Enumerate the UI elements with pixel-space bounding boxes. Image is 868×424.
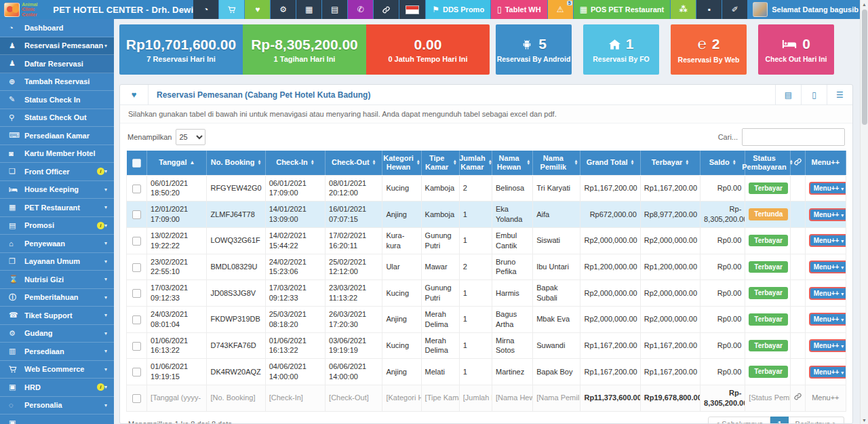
filter-input-3[interactable]: [Check-In] — [265, 385, 325, 412]
menu-plus-button[interactable]: Menu++ ▾ — [809, 182, 846, 195]
paw-nav-button[interactable]: ⁂ — [671, 0, 696, 19]
dds-promo-nav-button[interactable]: ⚑DDS Promo — [426, 0, 490, 19]
row-checkbox[interactable] — [132, 185, 141, 193]
row-checkbox[interactable] — [132, 289, 141, 298]
sidebar-item-penyewaan[interactable]: ⌂Penyewaan▾ — [0, 235, 114, 253]
tachometer-nav-button[interactable]: ◔ — [193, 0, 218, 19]
sidebar-item-dashboard[interactable]: ◔Dashboard — [0, 19, 114, 37]
menu-plus-button[interactable]: Menu++ ▾ — [809, 261, 846, 273]
row-checkbox[interactable] — [132, 315, 141, 324]
scroll-down-arrow[interactable]: ▼ — [861, 416, 868, 424]
counter-card-check-out-hari-ini[interactable]: 0Check Out Hari Ini — [758, 24, 834, 75]
sidebar-item-persediaan-kamar[interactable]: ⌨Persediaan Kamar — [0, 127, 114, 145]
scroll-thumb[interactable] — [862, 9, 867, 125]
filter-input-7[interactable]: [Jumlah Ka — [459, 385, 492, 412]
eraser-nav-button[interactable]: ✐ — [722, 0, 747, 19]
column-header-tipe-kamar[interactable]: Tipe Kamar▲▼ — [421, 151, 459, 175]
menu-plus-button[interactable]: Menu++ ▾ — [809, 208, 846, 221]
column-header-nama-hewan[interactable]: Nama Hewan▲▼ — [492, 151, 532, 175]
column-header-grand-total[interactable]: Grand Total▲▼ — [580, 151, 640, 175]
filter-input-8[interactable]: [Nama Hew — [492, 385, 532, 412]
sidebar-item-daftar-reservasi[interactable]: ♟Daftar Reservasi — [0, 55, 114, 73]
sidebar-item-tambah-reservasi[interactable]: ⊕Tambah Reservasi — [0, 73, 114, 92]
filter-checkbox[interactable] — [132, 394, 141, 403]
sidebar-item-gudang[interactable]: ⚙Gudang▾ — [0, 325, 114, 343]
calendar-nav-button[interactable]: ▤ — [322, 0, 347, 19]
sidebar-item-personalia[interactable]: ◌Personalia▾ — [0, 397, 114, 415]
column-header-tanggal[interactable]: Tanggal▲ — [147, 151, 207, 175]
search-input[interactable] — [742, 128, 845, 146]
sidebar-item-hrd[interactable]: ▣HRDi▾ — [0, 379, 114, 397]
column-header-menu[interactable]: Menu++ — [805, 151, 846, 175]
sidebar-item-nutrisi-gizi[interactable]: ⌛Nutrisi Gizi▾ — [0, 271, 114, 289]
filter-input-5[interactable]: [Kategori H — [382, 385, 421, 412]
square-nav-button[interactable]: ▪ — [696, 0, 722, 19]
cart-nav-button[interactable] — [219, 0, 244, 19]
app-logo[interactable]: Animal Clinic Center — [0, 0, 50, 19]
menu-plus-button[interactable]: Menu++ ▾ — [809, 234, 846, 247]
select-all-checkbox[interactable] — [132, 159, 141, 168]
tablet-wh-nav-button[interactable]: ▯Tablet WH — [491, 0, 547, 19]
cogs-nav-button[interactable]: ⚙ — [271, 0, 296, 19]
pagination-next-button[interactable]: Berikutnya > — [789, 417, 844, 424]
column-header-check-out[interactable]: Check-Out▲▼ — [326, 151, 382, 175]
column-header-jumlah-kamar[interactable]: Jumlah Kamar▲▼ — [459, 151, 492, 175]
window-view-button[interactable]: ▤ — [775, 85, 801, 104]
scroll-up-arrow[interactable]: ▲ — [861, 0, 868, 8]
column-header-kategori-hewan[interactable]: Kategori Hewan▲▼ — [382, 151, 421, 175]
list-view-button[interactable]: ☰ — [827, 85, 852, 104]
sidebar-item-kartu-member-hotel[interactable]: ◙Kartu Member Hotel — [0, 145, 114, 163]
pos-pet-restaurant-nav-button[interactable]: ▦POS PET Restaurant — [574, 0, 671, 19]
menu-plus-button[interactable]: Menu++ ▾ — [809, 339, 846, 352]
sidebar-item-tiket-support[interactable]: ☎Tiket Support▾ — [0, 307, 114, 325]
column-header-no-booking[interactable]: No. Booking▲▼ — [207, 151, 265, 175]
row-checkbox[interactable] — [132, 342, 141, 351]
row-checkbox[interactable] — [132, 210, 141, 219]
warning-nav-button[interactable]: ⚠5 — [548, 0, 573, 19]
row-checkbox[interactable] — [132, 237, 141, 246]
sidebar-item-pemberitahuan[interactable]: ⓘPemberitahuan▾ — [0, 289, 114, 307]
user-menu[interactable]: Selamat Datang bagusib — [747, 0, 868, 19]
filter-input-2[interactable]: [No. Booking] — [207, 385, 265, 412]
page-scrollbar[interactable]: ▲ ▼ — [860, 0, 868, 424]
column-header-status-pembayaran[interactable]: Status Pembayaran▲▼ — [745, 151, 790, 175]
row-checkbox[interactable] — [132, 263, 141, 272]
sidebar-item-pet-restaurant[interactable]: ▦PET Restaurant▾ — [0, 199, 114, 217]
sidebar-item-promosi[interactable]: ▤Promosii▾ — [0, 217, 114, 235]
stat-card-0-jatuh-tempo-hari-ini[interactable]: 0.000 Jatuh Tempo Hari Ini — [366, 24, 490, 75]
counter-card-reservasi-by-web[interactable]: ℮2Reservasi By Web — [671, 24, 747, 75]
stat-card-7-reservasi-hari-ini[interactable]: Rp10,701,600.007 Reservasi Hari Ini — [119, 24, 243, 75]
sidebar-item-reservasi-pemesanan[interactable]: ♟Reservasi Pemesanan▾ — [0, 37, 114, 56]
sidebar-item-persediaan[interactable]: ▥Persediaan▾ — [0, 343, 114, 361]
page-size-select[interactable]: 25 — [176, 129, 205, 145]
heart-nav-button[interactable]: ♥ — [245, 0, 270, 19]
flag-indonesia-nav-button[interactable] — [399, 0, 425, 19]
pagination-page-1[interactable]: 1 — [770, 417, 788, 424]
filter-input-6[interactable]: [Tipe Kama — [421, 385, 459, 412]
menu-plus-button[interactable]: Menu++ ▾ — [809, 313, 846, 326]
sidebar-item-hidden[interactable]: ▣ — [0, 415, 114, 424]
pagination-prev-button[interactable]: < Sebelumnya — [708, 417, 771, 424]
link-nav-button[interactable] — [374, 0, 399, 19]
tablet-view-button[interactable]: ▯ — [801, 85, 827, 104]
filter-status[interactable]: [Status Pemb — [745, 385, 790, 412]
sidebar-item-status-check-out[interactable]: ⚲Status Check Out — [0, 109, 114, 128]
sidebar-item-status-check-in[interactable]: ✎Status Check In — [0, 91, 114, 109]
row-checkbox[interactable] — [132, 368, 141, 377]
menu-plus-button[interactable]: Menu++ ▾ — [809, 287, 846, 300]
filter-input-4[interactable]: [Check-Out] — [326, 385, 382, 412]
counter-card-reservasi-by-fo[interactable]: 1Reservasi By FO — [583, 24, 659, 75]
calculator-nav-button[interactable]: ▦ — [296, 0, 321, 19]
stat-card-1-tagihan-hari-ini[interactable]: Rp-8,305,200.001 Tagihan Hari Ini — [243, 24, 366, 75]
sidebar-item-house-keeping[interactable]: House Keeping▾ — [0, 181, 114, 199]
column-header-terbayar[interactable]: Terbayar▲▼ — [640, 151, 700, 175]
sidebar-item-front-officer[interactable]: ❏Front Officeri▾ — [0, 163, 114, 181]
sidebar-item-web-ecommerce[interactable]: Web Ecommerce▾ — [0, 361, 114, 379]
column-header-saldo[interactable]: Saldo▲▼ — [701, 151, 745, 175]
menu-plus-button[interactable]: Menu++ ▾ — [809, 366, 846, 379]
filter-input-1[interactable]: [Tanggal (yyyy- — [147, 385, 207, 412]
column-header-nama-pemilik[interactable]: Nama Pemilik▲▼ — [533, 151, 580, 175]
counter-card-reservasi-by-android[interactable]: 5Reservasi By Android — [496, 24, 572, 75]
filter-input-9[interactable]: [Nama Pemilik — [533, 385, 580, 412]
whatsapp-nav-button[interactable]: ✆ — [348, 0, 373, 19]
